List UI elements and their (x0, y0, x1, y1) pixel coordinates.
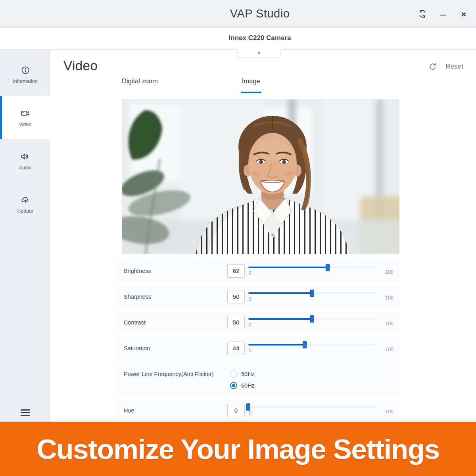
slider-max-label: 100 (385, 347, 393, 352)
slider-min-label: 0 (249, 410, 251, 416)
tab-image[interactable]: Image (242, 77, 260, 93)
image-settings: Brightness 62 0 100 Sharpness 50 0 (116, 260, 399, 421)
slider-fill (248, 267, 328, 268)
slider-min-label: 0 (249, 271, 251, 276)
slider-track[interactable] (248, 406, 376, 408)
slider-track[interactable] (248, 267, 376, 268)
sidebar-item-label: Update (17, 208, 33, 214)
brightness-row: Brightness 62 0 100 (116, 260, 399, 281)
slider-track[interactable] (248, 318, 376, 320)
radio-50hz[interactable]: 50Hz (230, 370, 255, 378)
app-window: VAP Studio × Innex C220 Camera ▼ (0, 0, 476, 476)
device-name: Innex C220 Camera (22, 34, 476, 42)
minimize-button[interactable] (438, 9, 448, 19)
menu-button[interactable] (0, 409, 50, 416)
slider-thumb[interactable] (326, 264, 330, 271)
hue-slider[interactable]: 0 100 (248, 403, 376, 418)
sidebar: Information Video Audio (0, 50, 50, 422)
slider-min-label: 0 (249, 322, 251, 328)
tab-digital-zoom[interactable]: Digital zoom (122, 77, 158, 93)
preview-illustration (122, 99, 399, 254)
sidebar-item-audio[interactable]: Audio (0, 139, 50, 182)
slider-thumb[interactable] (310, 290, 314, 297)
close-button[interactable]: × (459, 9, 469, 19)
slider-thumb[interactable] (303, 341, 307, 348)
banner-headline: Customize Your Image Settings (36, 433, 439, 465)
slider-thumb[interactable] (310, 315, 314, 322)
device-bar: Innex C220 Camera (0, 28, 476, 50)
slider-max-label: 100 (385, 321, 393, 326)
sharpness-slider[interactable]: 0 100 (248, 289, 376, 305)
app-title: VAP Studio (22, 7, 476, 20)
close-icon: × (461, 10, 466, 18)
frequency-options: 50Hz 60Hz (230, 370, 255, 389)
slider-thumb[interactable] (246, 403, 250, 411)
sharpness-row: Sharpness 50 0 100 (116, 286, 399, 307)
saturation-row: Saturation 44 0 100 (116, 338, 399, 359)
radio-60hz[interactable]: 60Hz (230, 382, 255, 389)
cloud-upload-icon (20, 195, 31, 205)
slider-fill (248, 344, 305, 345)
setting-label: Brightness (124, 268, 227, 274)
minimize-icon (440, 15, 446, 15)
slider-fill (248, 292, 312, 294)
saturation-value-input[interactable]: 44 (227, 342, 245, 355)
slider-min-label: 0 (249, 296, 251, 302)
power-line-frequency-row: Power Line Frequency(Anti Flicker) 50Hz … (116, 363, 399, 395)
slider-track[interactable] (248, 292, 376, 294)
radio-icon (230, 370, 237, 378)
setting-label: Power Line Frequency(Anti Flicker) (124, 370, 227, 377)
radio-selected-icon (230, 382, 237, 389)
contrast-row: Contrast 50 0 100 (116, 312, 399, 333)
setting-label: Contrast (124, 319, 227, 326)
slider-max-label: 100 (385, 409, 393, 415)
slider-max-label: 100 (385, 269, 393, 275)
reset-button[interactable]: Reset (428, 62, 463, 71)
chevron-down-icon: ▼ (257, 52, 261, 55)
reset-label: Reset (446, 63, 463, 71)
sidebar-item-label: Information (13, 79, 38, 84)
sidebar-item-information[interactable]: Information (0, 53, 50, 96)
brightness-slider[interactable]: 0 100 (248, 263, 376, 279)
setting-label: Sharpness (124, 294, 227, 300)
collapse-handle[interactable]: ▼ (237, 49, 281, 58)
main-content: Video Reset Digital zoom Image (50, 50, 476, 422)
slider-fill (248, 318, 312, 320)
sidebar-item-update[interactable]: Update (0, 182, 50, 226)
hue-row: Hue 0 0 100 (116, 400, 399, 421)
slider-max-label: 100 (385, 295, 393, 301)
sync-icon (418, 10, 427, 18)
saturation-slider[interactable]: 0 100 (248, 340, 376, 356)
video-camera-icon (20, 108, 31, 119)
contrast-slider[interactable]: 0 100 (248, 315, 376, 330)
setting-label: Saturation (124, 345, 227, 351)
sharpness-value-input[interactable]: 50 (227, 290, 245, 303)
sidebar-item-video[interactable]: Video (0, 96, 50, 139)
tab-bar: Digital zoom Image (122, 77, 476, 93)
hue-value-input[interactable]: 0 (227, 404, 245, 417)
brightness-value-input[interactable]: 62 (227, 264, 245, 278)
sidebar-item-label: Audio (19, 165, 32, 171)
contrast-value-input[interactable]: 50 (227, 316, 245, 329)
hamburger-icon (21, 409, 30, 411)
camera-preview (122, 99, 399, 254)
sidebar-item-label: Video (19, 122, 32, 127)
page-title: Video (63, 58, 98, 73)
reset-icon (428, 62, 437, 71)
setting-label: Hue (124, 407, 227, 414)
promo-banner: Customize Your Image Settings (0, 422, 476, 476)
refresh-button[interactable] (417, 9, 428, 19)
slider-track[interactable] (248, 344, 376, 345)
speaker-icon (20, 152, 31, 162)
window-controls: × (417, 0, 469, 28)
title-bar: VAP Studio × (0, 0, 476, 28)
info-icon (20, 65, 31, 75)
slider-min-label: 0 (249, 348, 251, 353)
